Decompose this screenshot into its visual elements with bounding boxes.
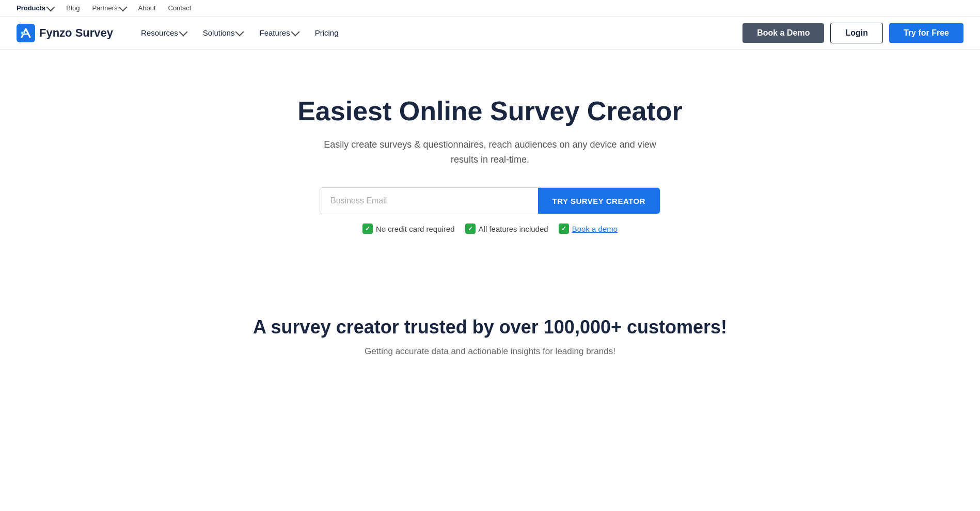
try-survey-creator-button[interactable]: TRY SURVEY CREATOR [538, 188, 660, 214]
hero-title: Easiest Online Survey Creator [297, 96, 683, 127]
nav-links: Resources Solutions Features Pricing [134, 24, 742, 41]
nav-pricing[interactable]: Pricing [308, 24, 346, 41]
main-nav: Fynzo Survey Resources Solutions Feature… [0, 17, 980, 50]
hero-section: Easiest Online Survey Creator Easily cre… [0, 50, 980, 275]
nav-solutions[interactable]: Solutions [196, 24, 250, 41]
topbar-about[interactable]: About [138, 4, 156, 12]
login-button[interactable]: Login [830, 23, 883, 43]
topbar-partners[interactable]: Partners [92, 4, 125, 12]
trust-subtitle: Getting accurate data and actionable ins… [17, 346, 963, 357]
svg-point-2 [22, 32, 23, 34]
nav-solutions-label: Solutions [203, 28, 235, 37]
topbar-blog[interactable]: Blog [66, 4, 80, 12]
nav-features-label: Features [259, 28, 290, 37]
check-icon-2 [465, 223, 476, 234]
products-chevron-icon [46, 3, 55, 11]
nav-resources-label: Resources [141, 28, 178, 37]
book-demo-button[interactable]: Book a Demo [742, 23, 824, 43]
fynzo-logo-icon [17, 24, 35, 42]
topbar-partners-label: Partners [92, 4, 117, 12]
nav-features[interactable]: Features [252, 24, 305, 41]
badge-book-demo: Book a demo [559, 223, 618, 234]
check-icon-3 [559, 223, 569, 234]
badge-all-features: All features included [465, 223, 548, 234]
logo[interactable]: Fynzo Survey [17, 24, 113, 42]
topbar-products-label: Products [17, 4, 45, 12]
badge-no-credit-card-label: No credit card required [376, 225, 455, 233]
email-input[interactable] [320, 188, 538, 214]
topbar-contact[interactable]: Contact [168, 4, 192, 12]
nav-pricing-label: Pricing [315, 28, 339, 37]
book-demo-link[interactable]: Book a demo [572, 225, 618, 233]
svg-rect-0 [17, 24, 35, 42]
resources-chevron-icon [179, 27, 187, 36]
check-icon-1 [362, 223, 373, 234]
badge-all-features-label: All features included [479, 225, 548, 233]
trust-title: A survey creator trusted by over 100,000… [17, 316, 963, 338]
email-form: TRY SURVEY CREATOR [320, 187, 660, 214]
nav-resources[interactable]: Resources [134, 24, 194, 41]
trust-section: A survey creator trusted by over 100,000… [0, 275, 980, 377]
solutions-chevron-icon [235, 27, 244, 36]
top-bar: Products Blog Partners About Contact [0, 0, 980, 17]
partners-chevron-icon [118, 3, 127, 11]
hero-subtitle: Easily create surveys & questionnaires, … [314, 137, 666, 167]
try-free-button[interactable]: Try for Free [889, 23, 963, 43]
logo-text: Fynzo Survey [39, 26, 113, 40]
badge-no-credit-card: No credit card required [362, 223, 455, 234]
feature-badges: No credit card required All features inc… [362, 223, 618, 234]
nav-actions: Book a Demo Login Try for Free [742, 23, 963, 43]
features-chevron-icon [291, 27, 299, 36]
topbar-products[interactable]: Products [17, 4, 54, 12]
